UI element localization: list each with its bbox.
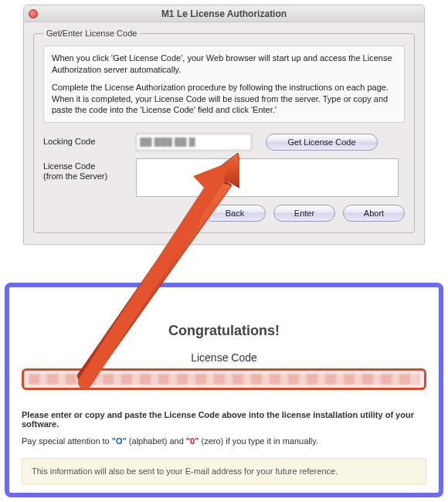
back-button[interactable]: Back (204, 205, 266, 222)
get-license-code-button[interactable]: Get License Code (266, 134, 378, 151)
zero-note: (zero) if you type it in manually. (199, 436, 317, 446)
license-code-display (22, 368, 426, 390)
instructions-p1: When you click 'Get License Code', your … (52, 53, 396, 76)
locking-code-input[interactable] (136, 134, 252, 151)
locking-code-row: Locking Code Get License Code (43, 134, 405, 151)
window-title: M1 Le License Authorization (24, 8, 424, 19)
dialog-button-row: Back Enter Abort (43, 205, 405, 222)
paste-instruction: Please enter or copy and paste the Licen… (22, 410, 426, 429)
enter-button[interactable]: Enter (273, 205, 335, 222)
license-code-blurred (29, 374, 419, 385)
license-code-heading: License Code (22, 351, 426, 364)
o-zero: "0" (186, 436, 199, 446)
titlebar: M1 Le License Authorization (24, 5, 424, 22)
dialog-body: Get/Enter License Code When you click 'G… (24, 22, 424, 244)
abort-button[interactable]: Abort (343, 205, 405, 222)
group-legend: Get/Enter License Code (43, 29, 140, 38)
instructions-box: When you click 'Get License Code', your … (43, 46, 405, 123)
alpha-note: (alphabet) and (127, 436, 186, 446)
license-code-label: License Code (from the Server) (43, 158, 128, 181)
congratulations-panel: Congratulations! License Code Please ent… (5, 283, 443, 497)
o-alphabet: "O" (112, 436, 127, 446)
license-dialog: M1 Le License Authorization Get/Enter Li… (23, 5, 425, 245)
license-code-input[interactable] (136, 158, 399, 197)
locking-code-label: Locking Code (43, 134, 128, 147)
license-code-row: License Code (from the Server) (43, 158, 405, 197)
attention-line: Pay special attention to "O" (alphabet) … (22, 436, 426, 446)
congrats-title: Congratulations! (22, 323, 426, 339)
instructions-p2: Complete the License Authorization proce… (52, 82, 396, 117)
attention-pre: Pay special attention to (22, 436, 112, 446)
license-group: Get/Enter License Code When you click 'G… (33, 29, 415, 233)
email-note: This information will also be sent to yo… (22, 458, 426, 484)
